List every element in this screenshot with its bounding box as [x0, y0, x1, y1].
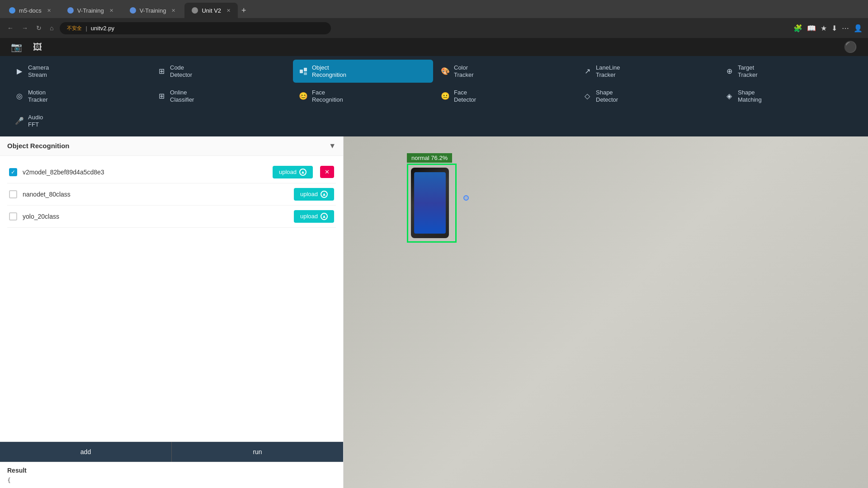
tab-close-vtraining2[interactable]: ✕: [171, 8, 175, 14]
camera-view: normal 76.2%: [344, 136, 868, 488]
add-button[interactable]: add: [0, 442, 172, 462]
face-recognition-label: Face Recognition: [312, 89, 343, 103]
extensions-icon[interactable]: 🧩: [793, 24, 802, 33]
app-container: 📷 🖼 ⚫ ▶ Camera Stream ⊞ Code Detector Ob…: [0, 38, 868, 488]
camera-btn[interactable]: 📷: [9, 40, 24, 54]
nav-motion-tracker[interactable]: ◎ Motion Tracker: [9, 84, 149, 108]
url-bar[interactable]: 不安全 | unitv2.py: [60, 22, 331, 34]
tab-bar: m5-docs ✕ V-Training ✕ V-Training ✕ Unit…: [0, 0, 868, 18]
panel-actions: add run: [0, 441, 343, 462]
model-checkbox-nanodet[interactable]: [9, 190, 17, 198]
phone-screen: [414, 172, 446, 234]
new-tab-button[interactable]: +: [238, 4, 250, 17]
upload-icon-yolo: ▲: [321, 213, 328, 220]
camera-stream-icon: ▶: [14, 66, 24, 76]
svg-rect-2: [304, 72, 307, 75]
model-checkbox-yolo[interactable]: [9, 212, 17, 221]
profile-icon[interactable]: 👤: [854, 24, 863, 33]
laneline-tracker-icon: ↗: [582, 66, 592, 76]
model-name-nanodet: nanodet_80class: [23, 191, 288, 198]
tab-favicon-vtraining1: [67, 7, 74, 14]
audio-fft-icon: 🎤: [14, 116, 24, 126]
address-bar: ← → ↻ ⌂ 不安全 | unitv2.py 🧩 📖 ★ ⬇ ⋯ 👤: [0, 18, 868, 38]
online-classifier-icon: ⊞: [156, 91, 166, 101]
upload-button-nanodet[interactable]: upload ▲: [294, 188, 334, 201]
nav-online-classifier[interactable]: ⊞ Online Classifier: [151, 84, 291, 108]
browser-chrome: m5-docs ✕ V-Training ✕ V-Training ✕ Unit…: [0, 0, 868, 38]
tab-favicon-m5docs: [9, 7, 15, 14]
tab-label-unitv2: Unit V2: [202, 7, 221, 14]
right-panel: normal 76.2%: [344, 136, 868, 488]
tab-label-vtraining2: V-Training: [140, 7, 166, 14]
forward-button[interactable]: →: [20, 23, 30, 33]
bookmark-icon[interactable]: ★: [821, 24, 827, 33]
nav-audio-fft[interactable]: 🎤 Audio FFT: [9, 109, 149, 132]
tab-unitv2[interactable]: Unit V2 ✕: [184, 3, 238, 18]
camera-stream-label: Camera Stream: [28, 64, 49, 78]
nav-color-tracker[interactable]: 🎨 Color Tracker: [435, 60, 575, 83]
browser-toolbar-icons: 🧩 📖 ★ ⬇ ⋯ 👤: [793, 24, 863, 33]
run-button[interactable]: run: [172, 442, 343, 462]
upload-button-v2model[interactable]: upload ▲: [273, 166, 313, 178]
color-tracker-label: Color Tracker: [454, 64, 474, 78]
nav-target-tracker[interactable]: ⊕ Target Tracker: [719, 60, 859, 83]
toggle-btn[interactable]: ⚫: [842, 39, 859, 55]
shape-detector-label: Shape Detector: [596, 89, 618, 103]
top-toolbar: 📷 🖼 ⚫: [0, 38, 868, 56]
svg-rect-1: [304, 68, 307, 71]
tab-close-unitv2[interactable]: ✕: [226, 8, 231, 14]
model-list: ✓ v2model_82bef89d4a5cd8e3 upload ▲ ✕ na…: [0, 156, 343, 441]
nav-face-detector[interactable]: 😐 Face Detector: [435, 84, 575, 108]
nav-shape-detector[interactable]: ◇ Shape Detector: [577, 84, 717, 108]
nav-code-detector[interactable]: ⊞ Code Detector: [151, 60, 291, 83]
phone-body: [411, 168, 449, 238]
tab-favicon-unitv2: [192, 7, 198, 14]
shape-matching-icon: ◈: [724, 91, 734, 101]
model-item-v2model: ✓ v2model_82bef89d4a5cd8e3 upload ▲ ✕: [7, 161, 336, 183]
tab-close-vtraining1[interactable]: ✕: [109, 8, 113, 14]
color-tracker-icon: 🎨: [440, 66, 450, 76]
delete-button-v2model[interactable]: ✕: [320, 166, 334, 178]
home-button[interactable]: ⌂: [48, 23, 55, 33]
tab-vtraining1[interactable]: V-Training ✕: [60, 3, 121, 18]
security-warning: 不安全: [67, 25, 82, 32]
image-btn[interactable]: 🖼: [31, 40, 44, 54]
nav-face-recognition[interactable]: 😊 Face Recognition: [293, 84, 433, 108]
object-recognition-icon: [298, 66, 308, 76]
nav-object-recognition[interactable]: Object Recongnition: [293, 60, 433, 83]
main-content: Object Recognition ▼ ✓ v2model_82bef89d4…: [0, 136, 868, 488]
downloads-icon[interactable]: ⬇: [831, 24, 837, 33]
code-detector-icon: ⊞: [156, 66, 166, 76]
upload-icon-v2model: ▲: [299, 169, 307, 176]
shape-detector-icon: ◇: [582, 91, 592, 101]
panel-title: Object Recognition: [7, 142, 70, 150]
reader-mode-icon[interactable]: 📖: [807, 24, 816, 33]
settings-icon[interactable]: ⋯: [842, 24, 849, 33]
detection-label: normal 76.2%: [407, 153, 452, 163]
detection-bounding-box: normal 76.2%: [407, 164, 457, 243]
result-json: {: [7, 477, 336, 483]
panel-header: Object Recognition ▼: [0, 136, 343, 156]
reload-button[interactable]: ↻: [34, 23, 43, 33]
nav-laneline-tracker[interactable]: ↗ LaneLine Tracker: [577, 60, 717, 83]
model-item-yolo: yolo_20class upload ▲: [7, 206, 336, 228]
upload-label-v2model: upload: [279, 169, 297, 175]
left-panel: Object Recognition ▼ ✓ v2model_82bef89d4…: [0, 136, 344, 488]
tab-m5docs[interactable]: m5-docs ✕: [2, 3, 58, 18]
tab-vtraining2[interactable]: V-Training ✕: [123, 3, 183, 18]
nav-menu: ▶ Camera Stream ⊞ Code Detector Object R…: [0, 56, 868, 136]
back-button[interactable]: ←: [5, 23, 15, 33]
tab-close-m5docs[interactable]: ✕: [47, 8, 51, 14]
nav-camera-stream[interactable]: ▶ Camera Stream: [9, 60, 149, 83]
shape-matching-label: Shape Matching: [738, 89, 762, 103]
object-recognition-label: Object Recongnition: [312, 64, 346, 78]
upload-button-yolo[interactable]: upload ▲: [294, 210, 334, 223]
nav-shape-matching[interactable]: ◈ Shape Matching: [719, 84, 859, 108]
code-detector-label: Code Detector: [170, 64, 192, 78]
panel-toggle-icon[interactable]: ▼: [329, 142, 336, 150]
result-area: Result {: [0, 462, 343, 488]
laneline-tracker-label: LaneLine Tracker: [596, 64, 620, 78]
model-checkbox-v2model[interactable]: ✓: [9, 168, 17, 176]
face-detector-label: Face Detector: [454, 89, 476, 103]
online-classifier-label: Online Classifier: [170, 89, 194, 103]
